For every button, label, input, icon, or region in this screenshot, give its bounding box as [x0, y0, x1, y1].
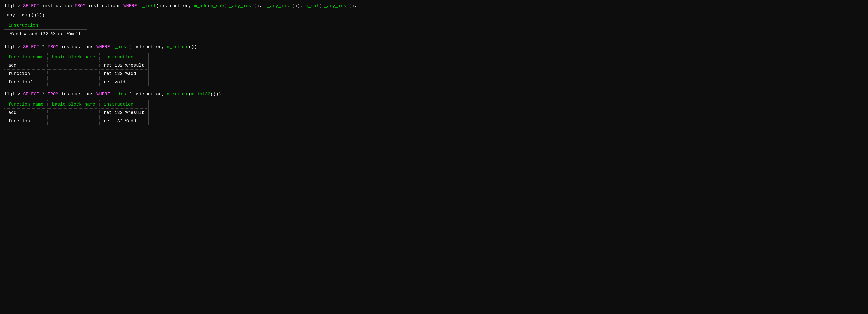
kw-select-3: SELECT — [23, 91, 39, 97]
col-header-instruction-3: instruction — [99, 101, 149, 109]
prompt-3: llql > — [4, 91, 23, 97]
plain-10: (), m — [349, 2, 362, 9]
plain-2-4: (instruction, — [129, 44, 167, 50]
kw-from-3: FROM — [48, 91, 58, 97]
plain-4: (instruction, — [156, 2, 194, 9]
query-line-1: llql > SELECT instruction FROM instructi… — [4, 2, 864, 9]
cell-bb-3-2 — [48, 117, 99, 125]
plain-1: instruction — [39, 2, 74, 9]
table-row: add ret i32 %result — [4, 109, 149, 117]
kw-from-2: FROM — [48, 44, 58, 50]
fn-m_any_inst-1: m_any_inst — [227, 2, 254, 9]
plain-3-3 — [110, 91, 113, 97]
col-header-instruction-2: instruction — [99, 53, 149, 61]
table-row: function ret i32 %add — [4, 70, 149, 78]
plain-2-5: ()) — [189, 44, 197, 50]
result-table-1: instruction %add = add i32 %sub, %mull — [4, 21, 87, 39]
plain-3-1: * — [39, 91, 47, 97]
cell-inst-3-1: ret i32 %result — [99, 109, 149, 117]
fn-m_inst-2: m_inst — [113, 44, 129, 50]
kw-where-1: WHERE — [123, 2, 137, 9]
plain-3-4: (instruction, — [129, 91, 167, 97]
result-table-2: function_name basic_block_name instructi… — [4, 53, 149, 86]
plain-2-1: * — [39, 44, 47, 50]
plain-2: instructions — [86, 2, 123, 9]
cell-inst-3-2: ret i32 %add — [99, 117, 149, 125]
cell-fn-3-1: add — [4, 109, 48, 117]
plain-5: ( — [208, 2, 210, 9]
fn-m_any_inst-2: m_any_inst — [265, 2, 292, 9]
plain-11: _any_inst — [4, 12, 28, 19]
query-line-1b: _any_inst())))) — [4, 12, 864, 19]
plain-2-3 — [110, 44, 113, 50]
fn-m_add: m_add — [194, 2, 208, 9]
fn-m_inst-3: m_inst — [113, 91, 129, 97]
cell-bb-1 — [48, 61, 99, 70]
plain-9: ( — [319, 2, 322, 9]
cell-fn-3: function2 — [4, 78, 48, 86]
fn-m_mul: m_mul — [305, 2, 319, 9]
query-block-3: llql > SELECT * FROM instructions WHERE … — [4, 91, 864, 125]
fn-m_int32: m_int32 — [191, 91, 210, 97]
plain-3-6: ())) — [210, 91, 221, 97]
fn-m_return-2: m_return — [167, 91, 188, 97]
prompt-1: llql > — [4, 2, 23, 9]
cell-fn-2: function — [4, 70, 48, 78]
table-row: function ret i32 %add — [4, 117, 149, 125]
col-header-fn-name-2: function_name — [4, 53, 48, 61]
table-row: %add = add i32 %sub, %mull — [4, 30, 87, 39]
cell-inst-3: ret void — [99, 78, 149, 86]
fn-m_return-1: m_return — [167, 44, 188, 50]
result-table-3: function_name basic_block_name instructi… — [4, 100, 149, 125]
fn-m_inst-1: m_inst — [140, 2, 156, 9]
plain-3 — [137, 2, 140, 9]
kw-select-2: SELECT — [23, 44, 39, 50]
col-header-bb-name-3: basic_block_name — [48, 101, 99, 109]
col-header-bb-name-2: basic_block_name — [48, 53, 99, 61]
plain-2-2: instructions — [58, 44, 96, 50]
cell-instruction-1: %add = add i32 %sub, %mull — [4, 30, 87, 39]
query-line-2: llql > SELECT * FROM instructions WHERE … — [4, 44, 864, 50]
plain-3-2: instructions — [58, 91, 96, 97]
cell-bb-2 — [48, 70, 99, 78]
cell-bb-3 — [48, 78, 99, 86]
plain-8: ()), — [292, 2, 305, 9]
plain-6: ( — [224, 2, 227, 9]
plain-12: ())))) — [28, 12, 45, 19]
kw-where-3: WHERE — [96, 91, 110, 97]
query-line-3: llql > SELECT * FROM instructions WHERE … — [4, 91, 864, 97]
query-block-2: llql > SELECT * FROM instructions WHERE … — [4, 44, 864, 86]
plain-3-5: ( — [189, 91, 191, 97]
fn-m_any_inst-3: m_any_inst — [322, 2, 349, 9]
kw-where-2: WHERE — [96, 44, 110, 50]
cell-inst-1: ret i32 %result — [99, 61, 149, 70]
cell-bb-3-1 — [48, 109, 99, 117]
cell-inst-2: ret i32 %add — [99, 70, 149, 78]
table-row: add ret i32 %result — [4, 61, 149, 70]
prompt-2: llql > — [4, 44, 23, 50]
kw-select-1: SELECT — [23, 2, 39, 9]
col-header-fn-name-3: function_name — [4, 101, 48, 109]
table-row: function2 ret void — [4, 78, 149, 86]
fn-m_sub: m_sub — [210, 2, 224, 9]
kw-from-1: FROM — [75, 2, 86, 9]
cell-fn-3-2: function — [4, 117, 48, 125]
query-block-1: llql > SELECT instruction FROM instructi… — [4, 2, 864, 39]
cell-fn-1: add — [4, 61, 48, 70]
plain-7: (), — [254, 2, 265, 9]
col-header-instruction-1: instruction — [4, 21, 87, 30]
